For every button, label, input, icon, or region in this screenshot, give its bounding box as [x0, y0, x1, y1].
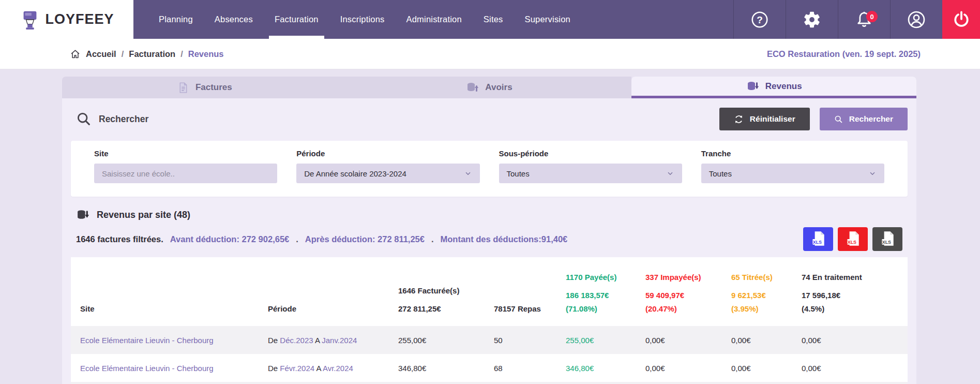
export-buttons: XLS XLS XLS: [803, 227, 902, 251]
tranche-select-value: Toutes: [709, 169, 732, 178]
help-icon: ?: [750, 10, 770, 29]
svg-text:XLS: XLS: [848, 240, 856, 245]
notifications-button[interactable]: 0: [838, 0, 890, 39]
filter-site-label: Site: [94, 149, 277, 158]
help-button[interactable]: ?: [733, 0, 786, 39]
nav-item-administration[interactable]: Administration: [396, 0, 473, 39]
table-row: Ecole Elémentaire Lieuvin - Cherbourg De…: [71, 326, 908, 354]
section-header: Revenus par site (48): [76, 208, 908, 222]
periode-select-value: De Année scolaire 2023-2024: [304, 169, 406, 178]
revenues-icon: [746, 80, 760, 93]
filter-sous-periode-label: Sous-période: [499, 149, 682, 158]
summary-separator: .: [296, 234, 298, 244]
payee-cell: 285,60€: [566, 382, 645, 384]
filter-card: Site Période De Année scolaire 2023-2024…: [71, 141, 908, 197]
main-menu: Planning Absences Facturation Inscriptio…: [133, 0, 581, 39]
traitement-cell: 0,00€: [802, 354, 908, 382]
tranche-select[interactable]: Toutes: [701, 164, 884, 183]
facturee-cell: 346,80€: [398, 354, 494, 382]
svg-text:XLS: XLS: [882, 240, 891, 245]
filter-site: Site: [94, 149, 277, 183]
impayee-cell: 0,00€: [645, 354, 731, 382]
revenues-icon: [76, 208, 90, 222]
search-button[interactable]: Rechercher: [820, 108, 908, 130]
tab-factures-label: Factures: [195, 82, 232, 93]
export-xls-blue-button[interactable]: XLS: [803, 227, 833, 251]
table-row: Ecole Elémentaire Lieuvin - Cherbourg De…: [71, 354, 908, 382]
filtered-count: 1646 factures filtrées.: [76, 234, 163, 244]
site-link[interactable]: Ecole Elémentaire Lieuvin - Cherbourg: [80, 336, 214, 345]
nav-item-facturation[interactable]: Facturation: [264, 0, 329, 39]
main-content: Factures Avoirs Revenus: [0, 69, 980, 384]
logout-button[interactable]: [942, 0, 980, 39]
periode-cell: De Avr.2024 A Juin2024: [268, 382, 398, 384]
sous-periode-select-value: Toutes: [507, 169, 530, 178]
refresh-icon: [734, 114, 744, 124]
payee-cell: 346,80€: [566, 354, 645, 382]
user-icon: [906, 9, 927, 30]
nav-item-sites[interactable]: Sites: [473, 0, 514, 39]
site-input[interactable]: [94, 164, 277, 183]
top-navigation: LOYFEEY Planning Absences Facturation In…: [0, 0, 980, 39]
col-repas: 78157 Repas: [494, 257, 566, 326]
search-heading: Rechercher: [71, 111, 148, 127]
summary-row: 1646 factures filtrées. Avant déduction:…: [76, 227, 902, 251]
xls-file-icon: XLS: [810, 230, 826, 248]
filter-tranche-label: Tranche: [701, 149, 884, 158]
site-link[interactable]: Ecole Elémentaire Lieuvin - Cherbourg: [80, 364, 214, 373]
periode-cell: De Déc.2023 A Janv.2024: [268, 326, 398, 354]
brand-name: LOYFEEY: [45, 11, 114, 27]
search-button-label: Rechercher: [849, 114, 893, 124]
nav-item-planning[interactable]: Planning: [148, 0, 204, 39]
breadcrumb-revenus: Revenus: [188, 49, 224, 59]
before-deduction: Avant déduction: 272 902,65€: [170, 234, 289, 244]
titree-cell: 0,00€: [731, 382, 802, 384]
chevron-down-icon: [666, 169, 674, 178]
invoice-icon: [177, 81, 190, 94]
facturee-cell: 285,60€: [398, 382, 494, 384]
summary-separator: .: [431, 234, 434, 244]
periode-select[interactable]: De Année scolaire 2023-2024: [296, 164, 479, 183]
chevron-down-icon: [868, 169, 877, 178]
sous-periode-select[interactable]: Toutes: [499, 164, 682, 183]
nav-item-inscriptions[interactable]: Inscriptions: [329, 0, 396, 39]
repas-cell: 56: [494, 382, 566, 384]
traitement-cell: 0,00€: [802, 382, 908, 384]
brand-logo-icon: [19, 9, 41, 31]
home-icon: [70, 49, 81, 60]
svg-text:XLS: XLS: [813, 240, 822, 245]
search-icon: [834, 115, 843, 124]
revenus-panel: Rechercher Réinitialiser: [62, 98, 916, 384]
filter-sous-periode: Sous-période Toutes: [499, 149, 682, 183]
brand-logo[interactable]: LOYFEEY: [0, 0, 133, 39]
filter-tranche: Tranche Toutes: [701, 149, 884, 183]
breadcrumb-accueil[interactable]: Accueil: [86, 49, 116, 59]
reset-button[interactable]: Réinitialiser: [719, 108, 810, 130]
impayee-cell: 0,00€: [645, 326, 731, 354]
settings-button[interactable]: [786, 0, 838, 39]
search-row: Rechercher Réinitialiser: [71, 108, 908, 130]
breadcrumb-facturation[interactable]: Facturation: [129, 49, 175, 59]
col-site: Site: [71, 257, 268, 326]
summary-stats: 1646 factures filtrées. Avant déduction:…: [76, 234, 567, 244]
profile-button[interactable]: [890, 0, 942, 39]
col-titree: 65 Titrée(s) 9 621,53€ (3.95%): [731, 257, 802, 326]
nav-item-supervision[interactable]: Supervision: [514, 0, 581, 39]
export-xls-gray-button[interactable]: XLS: [872, 227, 902, 251]
tab-avoirs[interactable]: Avoirs: [347, 77, 632, 98]
xls-file-icon: XLS: [845, 230, 861, 248]
repas-cell: 50: [494, 326, 566, 354]
export-xls-red-button[interactable]: XLS: [838, 227, 868, 251]
after-deduction: Après déduction: 272 811,25€: [305, 234, 425, 244]
col-periode: Période: [268, 257, 398, 326]
svg-text:?: ?: [757, 14, 763, 25]
col-payee: 1170 Payée(s) 186 183,57€ (71.08%): [566, 257, 645, 326]
traitement-cell: 0,00€: [802, 326, 908, 354]
tab-revenus[interactable]: Revenus: [631, 77, 916, 98]
revenues-table: Site Période 1646 Facturée(s) 272 811,25…: [71, 257, 908, 384]
tab-revenus-label: Revenus: [765, 81, 802, 92]
action-buttons: Réinitialiser Rechercher: [719, 108, 908, 130]
reset-button-label: Réinitialiser: [750, 114, 795, 124]
tab-factures[interactable]: Factures: [62, 77, 347, 98]
nav-item-absences[interactable]: Absences: [204, 0, 264, 39]
